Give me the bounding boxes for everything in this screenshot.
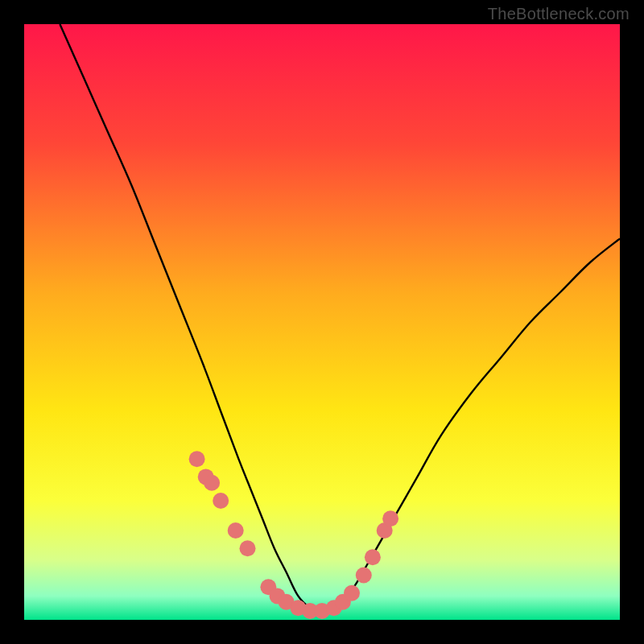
curve-dot — [228, 522, 244, 539]
curve-dot — [204, 475, 220, 491]
curve-dot — [240, 540, 256, 556]
curve-dot — [365, 549, 381, 565]
chart-svg — [24, 24, 620, 620]
watermark-text: TheBottleneck.com — [488, 5, 630, 23]
curve-dot — [189, 451, 205, 467]
bottleneck-curve — [60, 24, 620, 614]
curve-dot — [344, 585, 360, 601]
curve-dot — [382, 510, 398, 526]
curve-dot — [356, 568, 372, 584]
curve-dots — [189, 451, 399, 619]
plot-area — [24, 24, 620, 620]
curve-dot — [213, 493, 229, 509]
